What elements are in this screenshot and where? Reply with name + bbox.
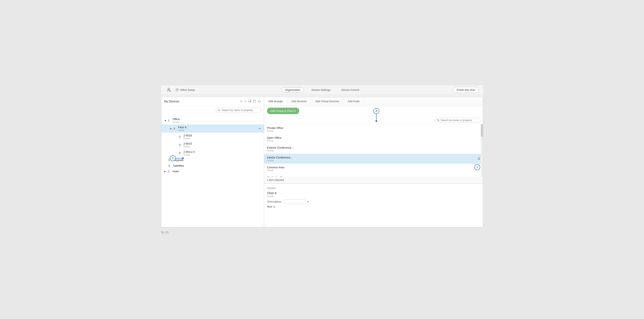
callout-3-container: 3 xyxy=(374,108,379,122)
close-x-icon[interactable]: ✕! xyxy=(258,100,261,103)
private-office-name: Private Office xyxy=(267,126,480,130)
tabs-row: Add Groups Add Devices Add Virtual Devic… xyxy=(264,97,483,106)
tab-add-hubs[interactable]: Add Hubs xyxy=(344,97,364,105)
callout-1-container: 1 xyxy=(474,164,480,170)
left-search-input[interactable] xyxy=(222,109,259,112)
tab-organization[interactable]: Organization xyxy=(281,87,304,93)
private-office-info: Private Office Group xyxy=(267,126,480,132)
group-item-common-area[interactable]: Common Area Group xyxy=(264,164,483,174)
scrollbar-track[interactable] xyxy=(481,124,483,177)
selection-indicator-interior xyxy=(478,158,480,160)
selected-count-bar: 1 item selected xyxy=(264,177,483,183)
scrollbar-thumb[interactable] xyxy=(481,124,483,137)
nav-tabs: Organization Device Settings Device Cont… xyxy=(281,87,362,93)
2-6011a-count: 0 xyxy=(178,152,182,155)
tree-item-floor6[interactable]: ◀ 3 Floor 6 Group ✏ xyxy=(161,124,264,133)
group-item-private-office[interactable]: Private Office Group xyxy=(264,124,483,134)
tree-item-hubs[interactable]: ▶ 1 Hubs xyxy=(161,169,264,174)
descriptor-add-button[interactable]: + xyxy=(307,200,309,204)
2-6016-count: 0 xyxy=(178,135,182,138)
right-search-wrapper[interactable]: 🔍 xyxy=(434,118,480,123)
interior-conference-name: Interior Conference... xyxy=(267,156,480,159)
group-item-meditation-room[interactable]: Meditation Room Group xyxy=(264,174,483,177)
office-info: Office Group xyxy=(173,118,261,123)
descriptors-label: Descriptors: xyxy=(268,200,282,203)
expand-hubs-icon[interactable]: ▶ xyxy=(164,170,166,173)
collapse-office-icon[interactable]: ◀ xyxy=(164,119,166,122)
callout-1: 1 xyxy=(474,164,480,170)
details-section: Details Floor 6 Group Descriptors: + flo… xyxy=(264,183,483,211)
hubs-info: Hubs xyxy=(173,170,261,173)
svg-point-5 xyxy=(177,89,178,90)
floor6-edit-icon[interactable]: ✏ xyxy=(259,127,261,130)
descriptor-input[interactable] xyxy=(284,199,305,204)
2-6016-type: Group xyxy=(184,137,261,140)
left-search-container: 🔍 xyxy=(161,106,264,115)
left-search-wrapper[interactable]: 🔍 xyxy=(215,108,262,113)
interior-conference-type: Group xyxy=(267,159,480,162)
toolbar-icons: ✕ ✂ ✕! xyxy=(240,100,261,103)
copy-icon[interactable] xyxy=(248,100,251,103)
2-6016-info: 2-6016 Group xyxy=(184,134,261,140)
satellites-name: Satellites xyxy=(173,164,261,167)
add-group-to-floor6-button[interactable]: Add Group to Floor 6 xyxy=(267,108,299,114)
tab-device-control[interactable]: Device Control xyxy=(338,88,362,92)
tree-item-office[interactable]: ◀ 1 Office Group xyxy=(161,116,264,124)
2-6016-name: 2-6016 xyxy=(184,134,261,137)
my-devices-title: My Devices xyxy=(164,100,179,103)
office-setup-button[interactable]: Office Setup xyxy=(175,88,195,92)
details-title: Details xyxy=(268,187,480,190)
exterior-conference-info: Exterior Conference... Group xyxy=(267,146,480,152)
finish-hub-button[interactable]: Finish this Hub xyxy=(453,87,479,93)
group-item-interior-conference[interactable]: Interior Conference... Group xyxy=(264,154,483,164)
tree-item-2-6016[interactable]: 0 2-6016 Group xyxy=(161,133,264,141)
top-nav: Office Setup Organization Device Setting… xyxy=(161,85,483,95)
cut-icon[interactable]: ✂ xyxy=(244,100,247,103)
svg-point-4 xyxy=(176,89,178,91)
floor6-name: Floor 6 xyxy=(178,126,259,129)
callout-2-container: 2 xyxy=(170,155,184,161)
tab-add-groups[interactable]: Add Groups xyxy=(264,97,287,105)
2-6015-count: 0 xyxy=(178,143,182,146)
tab-device-settings[interactable]: Device Settings xyxy=(308,88,334,92)
nav-right: Finish this Hub xyxy=(453,87,479,93)
delete-icon[interactable]: ✕ xyxy=(240,100,242,103)
floor6-info: Floor 6 Group xyxy=(178,126,259,131)
search-icon-left: 🔍 xyxy=(218,109,220,111)
callout-3-dot xyxy=(376,120,377,122)
2-6011a-info: 2-6011-A Group xyxy=(184,150,261,156)
paste-icon[interactable] xyxy=(253,100,256,103)
group-item-exterior-conference[interactable]: Exterior Conference... Group xyxy=(264,144,483,154)
collapse-floor6-icon[interactable]: ◀ xyxy=(170,127,172,130)
callout-2: 2 xyxy=(170,155,176,161)
office-type: Group xyxy=(173,121,261,123)
tree-container: ◀ 1 Office Group ◀ 3 Floor 6 Group ✏ xyxy=(161,115,264,227)
search-icon-right: 🔍 xyxy=(436,119,440,122)
user-settings-icon[interactable] xyxy=(165,87,172,93)
second-bar xyxy=(161,95,483,97)
group-list: Private Office Group Open Office Group E… xyxy=(264,124,483,177)
tree-item-satellites[interactable]: 0 Satellites xyxy=(161,163,264,169)
left-panel-header: My Devices ✕ ✂ xyxy=(161,97,264,106)
common-area-type: Group xyxy=(267,169,480,171)
callout-3: 3 xyxy=(374,108,379,114)
2-6015-name: 2-6015 xyxy=(184,142,261,145)
2-6011a-name: 2-6011-A xyxy=(184,150,261,153)
keypads-info: Keypads xyxy=(173,158,261,162)
2-6015-type: Group xyxy=(184,145,261,148)
hubs-name: Hubs xyxy=(173,170,261,173)
tree-item-2-6015[interactable]: 0 2-6015 Group xyxy=(161,141,264,149)
tag-floor-remove[interactable]: ⊗ xyxy=(273,205,276,208)
private-office-type: Group xyxy=(267,130,480,132)
tab-add-virtual-devices[interactable]: Add Virtual Devices xyxy=(311,97,344,105)
tag-floor-label: floor xyxy=(268,205,272,208)
meditation-room-name: Meditation Room xyxy=(267,176,480,177)
right-search-input[interactable] xyxy=(441,119,478,122)
floor6-count: 3 xyxy=(173,127,176,130)
group-item-open-office[interactable]: Open Office Group xyxy=(264,134,483,144)
meditation-room-info: Meditation Room Group xyxy=(267,176,480,177)
left-panel: My Devices ✕ ✂ xyxy=(161,97,264,227)
open-office-type: Group xyxy=(267,139,480,142)
svg-rect-7 xyxy=(248,100,250,102)
tab-add-devices[interactable]: Add Devices xyxy=(287,97,311,105)
